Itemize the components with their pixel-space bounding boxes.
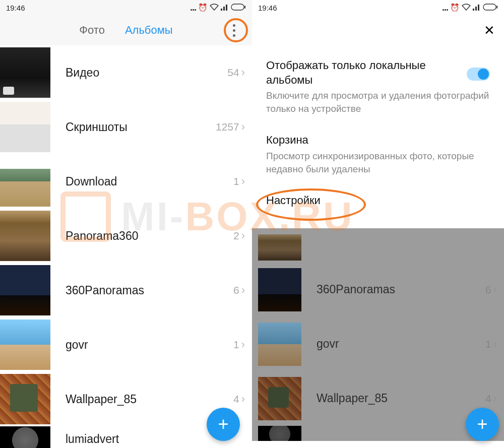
album-thumb [0,374,50,424]
chevron-right-icon: › [241,393,245,406]
svg-rect-0 [231,4,244,10]
album-row[interactable]: Видео 54 › [0,45,252,100]
status-time: 19:46 [6,4,25,12]
album-count: 1 [485,338,491,350]
svg-rect-3 [496,6,497,9]
statusbar: 19:46 ... ⏰ [252,0,504,15]
chevron-right-icon: › [241,120,245,134]
status-icons: ... ⏰ [442,3,498,12]
signal-icon [221,4,229,12]
album-count: 1257 [216,121,239,133]
more-icon: ... [442,3,448,12]
phone-right-screenshot: 19:46 ... ⏰ ✕ Отображать [252,0,504,448]
alarm-icon: ⏰ [450,3,460,12]
album-thumb [0,211,50,261]
album-thumb [0,426,50,448]
album-row[interactable]: Скриншоты 1257 › [0,100,252,154]
album-title: govr [317,337,485,351]
album-count: 4 [485,393,491,405]
album-title: 360Panoramas [66,284,233,297]
album-row[interactable] [252,232,504,263]
more-icon: ... [190,3,196,12]
album-row[interactable]: Wallpaper_85 4 › [252,371,504,426]
album-title: Скриншоты [66,120,216,134]
album-count: 1 [233,175,239,187]
album-title: Panorama360 [66,229,233,243]
status-time: 19:46 [258,4,277,12]
album-row[interactable]: govr 1 › [252,317,504,371]
album-count: 4 [233,393,239,405]
battery-icon [483,4,498,12]
wifi-icon [210,4,219,12]
fab-add-button[interactable]: + [207,408,240,441]
statusbar: 19:46 ... ⏰ [0,0,252,15]
album-thumb [258,234,301,261]
album-row[interactable]: Panorama360 2 › [0,209,252,263]
dots-vertical-icon [233,24,235,37]
chevron-right-icon: › [493,338,497,351]
signal-icon [473,4,481,12]
album-thumb [258,323,301,366]
album-count: 6 [485,284,491,296]
album-title: Download [66,175,233,188]
svg-rect-2 [483,4,496,10]
wifi-icon [462,4,471,12]
album-count: 1 [233,339,239,351]
menu-item-title: Настройки [266,194,490,208]
chevron-right-icon: › [241,338,245,351]
album-row[interactable]: govr 1 › [0,317,252,372]
album-count: 6 [233,284,239,296]
album-thumb [258,426,301,441]
plus-icon: + [477,414,487,435]
album-thumb [0,265,50,315]
chevron-right-icon: › [241,66,245,79]
album-thumb [0,102,50,152]
menu-item-subtitle: Просмотр синхронизированных фото, которы… [266,150,490,175]
menu-item-subtitle: Включите для просмотра и удаления фотогр… [266,89,490,115]
dimmed-album-list: 360Panoramas 6 › govr 1 › Wallpaper_85 4… [252,228,504,441]
menu-item-local-albums[interactable]: Отображать только локальные альбомы Вклю… [266,49,490,124]
settings-header: ✕ [252,15,504,45]
album-title: Wallpaper_85 [66,393,233,406]
album-title: Wallpaper_85 [317,392,485,405]
alarm-icon: ⏰ [198,3,208,12]
plus-icon: + [218,414,228,435]
album-thumb [0,156,50,207]
album-thumb [258,377,301,420]
status-icons: ... ⏰ [190,3,246,12]
album-thumb [0,47,50,98]
album-list[interactable]: Видео 54 › Скриншоты 1257 › Download 1 ›… [0,45,252,448]
album-title: 360Panoramas [317,283,485,296]
album-thumb [258,268,301,311]
close-button[interactable]: ✕ [484,23,495,38]
album-title: govr [66,338,233,352]
chevron-right-icon: › [241,229,245,242]
album-row[interactable]: Download 1 › [0,154,252,209]
album-thumb [0,319,50,370]
album-row[interactable]: 360Panoramas 6 › [0,263,252,317]
phone-left-screenshot: 19:46 ... ⏰ Фото Альбомы [0,0,252,448]
chevron-right-icon: › [493,392,497,405]
album-title: Видео [66,66,227,80]
tab-albums[interactable]: Альбомы [115,24,183,37]
svg-rect-1 [244,6,245,9]
chevron-right-icon: › [241,284,245,297]
album-count: 2 [233,230,239,242]
album-count: 54 [227,67,239,79]
fab-add-button[interactable]: + [466,408,499,441]
chevron-right-icon: › [493,283,497,296]
overflow-menu-button[interactable] [223,19,245,41]
album-row[interactable]: 360Panoramas 6 › [252,263,504,317]
toggle-local-albums[interactable] [467,68,490,81]
menu-item-settings[interactable]: Настройки [266,184,490,219]
tabs-header: Фото Альбомы [0,15,252,45]
close-icon: ✕ [484,23,495,38]
battery-icon [231,4,246,12]
settings-menu: Отображать только локальные альбомы Вклю… [252,45,504,228]
menu-item-trash[interactable]: Корзина Просмотр синхронизированных фото… [266,124,490,184]
tab-photo[interactable]: Фото [69,24,115,37]
chevron-right-icon: › [241,175,245,188]
menu-item-title: Отображать только локальные альбомы [266,58,490,87]
menu-item-title: Корзина [266,133,490,148]
